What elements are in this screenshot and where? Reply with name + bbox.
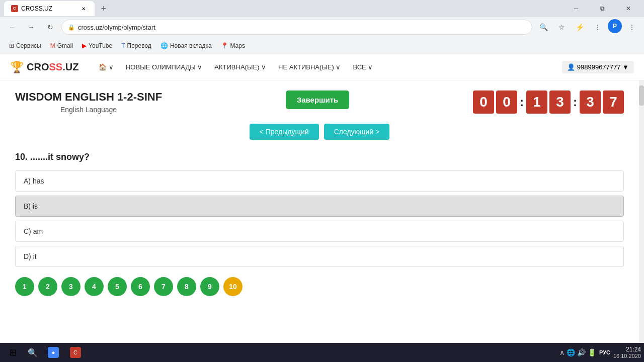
extension-icon[interactable]: ⚡ — [572, 19, 588, 35]
quiz-subtitle: English Language — [15, 106, 162, 114]
quiz-title: WISDOM ENGLISH 1-2-SINF — [15, 90, 162, 104]
address-bar[interactable]: 🔒 cross.uz/olymp/olymp/start — [61, 20, 532, 35]
site-logo[interactable]: 🏆 CROSS.UZ — [10, 61, 78, 74]
forward-button[interactable]: → — [23, 19, 39, 35]
q-num-2[interactable]: 2 — [38, 277, 57, 296]
nav-home[interactable]: 🏠 ∨ — [94, 60, 119, 74]
answer-option-a[interactable]: A) has — [15, 170, 624, 192]
bookmark-gmail[interactable]: M Gmail — [46, 41, 77, 51]
tab-close-button[interactable]: ✕ — [79, 5, 88, 13]
bookmark-new-tab[interactable]: 🌐 Новая вкладка — [156, 41, 216, 51]
maps-label: Maps — [230, 42, 245, 49]
finish-button[interactable]: Завершить — [286, 90, 350, 109]
timer-m1: 1 — [526, 90, 547, 114]
windows-icon: ⊞ — [9, 347, 17, 358]
lang-indicator: РУС — [599, 349, 610, 355]
answer-option-d[interactable]: D) it — [15, 246, 624, 267]
taskbar-search[interactable]: 🔍 — [24, 344, 41, 361]
nav-active[interactable]: АКТИВНА(ЫЕ) ∨ — [209, 60, 271, 74]
minimize-button[interactable]: ─ — [565, 0, 588, 17]
timer-h1: 0 — [473, 90, 494, 114]
new-tab-button[interactable]: + — [97, 2, 111, 16]
nav-new-olympiads[interactable]: НОВЫЕ ОЛИМПИАДЫ ∨ — [121, 60, 207, 74]
bookmark-maps[interactable]: 📍 Maps — [217, 41, 249, 51]
volume-icon[interactable]: 🔊 — [577, 348, 586, 356]
site-nav: 🏆 CROSS.UZ 🏠 ∨ НОВЫЕ ОЛИМПИАДЫ ∨ АКТИВНА… — [0, 54, 644, 80]
refresh-button[interactable]: ↻ — [42, 19, 58, 35]
next-button[interactable]: Следующий > — [324, 124, 390, 140]
q-num-4[interactable]: 4 — [85, 277, 104, 296]
q-num-1[interactable]: 1 — [15, 277, 34, 296]
trophy-icon: 🏆 — [10, 61, 24, 74]
chevron-up-icon[interactable]: ∧ — [559, 348, 565, 356]
answer-option-c[interactable]: C) am — [15, 221, 624, 242]
gmail-label: Gmail — [57, 42, 73, 49]
network-icon[interactable]: 🌐 — [567, 348, 575, 356]
address-text: cross.uz/olymp/olymp/start — [78, 24, 155, 31]
bookmark-translate[interactable]: T Перевод — [117, 41, 155, 51]
timer: 0 0 : 1 3 : 3 7 — [473, 90, 624, 114]
youtube-label: YouTube — [89, 42, 112, 49]
bookmark-youtube[interactable]: ▶ YouTube — [78, 41, 116, 51]
translate-icon: T — [121, 42, 125, 49]
site-scroll: WISDOM ENGLISH 1-2-SINF English Language… — [0, 80, 644, 362]
gmail-icon: M — [50, 42, 55, 49]
settings-icon[interactable]: ⋮ — [590, 19, 606, 35]
taskbar-app-red[interactable]: C — [65, 344, 86, 361]
nav-buttons: < Предыдущий Следующий > — [15, 124, 624, 140]
nav-all[interactable]: ВСЕ ∨ — [348, 60, 378, 74]
logo-text: CROSS.UZ — [27, 61, 78, 73]
quiz-header: WISDOM ENGLISH 1-2-SINF English Language… — [15, 90, 624, 114]
taskbar-browser-app[interactable]: ● — [43, 344, 63, 361]
q-num-9[interactable]: 9 — [200, 277, 219, 296]
answer-option-b[interactable]: B) is — [15, 196, 624, 217]
site-scrollbar[interactable] — [639, 80, 644, 362]
q-num-7[interactable]: 7 — [154, 277, 173, 296]
lock-icon: 🔒 — [68, 24, 75, 31]
browser-tab[interactable]: C CROSS.UZ ✕ — [4, 1, 95, 16]
timer-s1: 3 — [580, 90, 601, 114]
question-numbers: 1 2 3 4 5 6 7 8 9 10 — [15, 277, 624, 296]
q-num-6[interactable]: 6 — [131, 277, 150, 296]
bookmarks-bar: ⊞ Сервисы M Gmail ▶ YouTube T Перевод 🌐 … — [0, 37, 644, 54]
user-phone: 998999677777 ▼ — [577, 63, 629, 71]
nav-user[interactable]: 👤 998999677777 ▼ — [562, 61, 634, 73]
date-display: 16.10.2020 — [613, 353, 641, 359]
site-wrapper: 🏆 CROSS.UZ 🏠 ∨ НОВЫЕ ОЛИМПИАДЫ ∨ АКТИВНА… — [0, 54, 644, 343]
timer-sep1: : — [520, 95, 524, 109]
close-button[interactable]: ✕ — [617, 0, 640, 17]
services-icon: ⊞ — [9, 42, 14, 49]
bookmark-services[interactable]: ⊞ Сервисы — [5, 41, 45, 51]
more-options-icon[interactable]: ⋮ — [624, 19, 640, 35]
toolbar-icons: 🔍 ☆ ⚡ ⋮ P ⋮ — [535, 19, 640, 35]
taskbar-time: 21:24 16.10.2020 — [613, 346, 641, 359]
new-tab-label: Новая вкладка — [170, 42, 212, 49]
scrollbar-thumb[interactable] — [639, 85, 644, 106]
timer-m2: 3 — [549, 90, 571, 114]
start-button[interactable]: ⊞ — [3, 344, 22, 361]
q-num-10[interactable]: 10 — [223, 277, 243, 296]
q-num-8[interactable]: 8 — [177, 277, 196, 296]
prev-button[interactable]: < Предыдущий — [250, 124, 319, 140]
services-label: Сервисы — [16, 42, 41, 49]
maximize-button[interactable]: ⧉ — [591, 0, 614, 17]
timer-h2: 0 — [496, 90, 517, 114]
q-num-3[interactable]: 3 — [61, 277, 80, 296]
nav-inactive[interactable]: НЕ АКТИВНА(ЫЕ) ∨ — [273, 60, 346, 74]
nav-links: 🏠 ∨ НОВЫЕ ОЛИМПИАДЫ ∨ АКТИВНА(ЫЕ) ∨ НЕ А… — [94, 60, 378, 74]
site-content: WISDOM ENGLISH 1-2-SINF English Language… — [0, 80, 639, 362]
search-icon[interactable]: 🔍 — [535, 19, 551, 35]
q-num-5[interactable]: 5 — [108, 277, 127, 296]
timer-s2: 7 — [603, 90, 624, 114]
bookmark-star-icon[interactable]: ☆ — [553, 19, 570, 35]
tab-favicon-icon: C — [11, 5, 18, 12]
browser-toolbar: ← → ↻ 🔒 cross.uz/olymp/olymp/start 🔍 ☆ ⚡… — [0, 17, 644, 37]
clock-display: 21:24 — [613, 346, 641, 353]
translate-label: Перевод — [127, 42, 151, 49]
quiz-title-block: WISDOM ENGLISH 1-2-SINF English Language — [15, 90, 162, 114]
chrome-icon: ● — [48, 347, 59, 358]
back-button[interactable]: ← — [4, 19, 20, 35]
profile-button[interactable]: P — [608, 19, 622, 33]
battery-icon[interactable]: 🔋 — [588, 348, 596, 356]
window-controls: ─ ⧉ ✕ — [565, 0, 640, 17]
